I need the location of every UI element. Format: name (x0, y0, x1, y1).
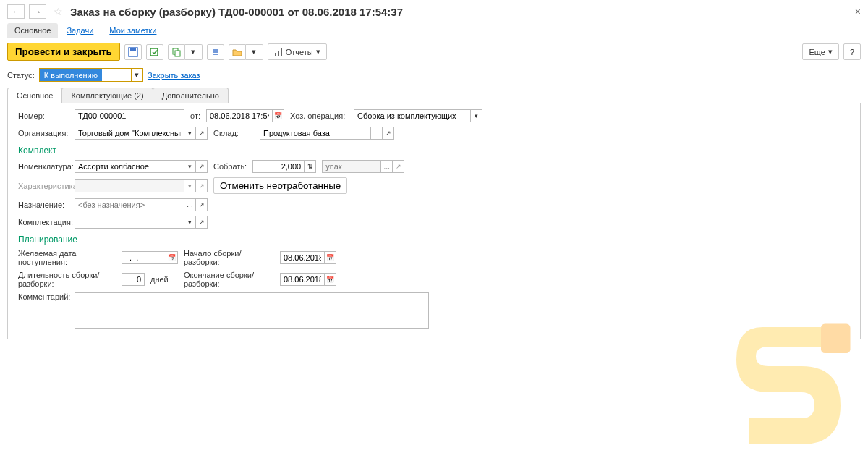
assign-label: Назначение: (18, 200, 69, 209)
open-icon[interactable]: ↗ (195, 127, 207, 139)
dropdown-icon[interactable]: ▾ (184, 216, 195, 228)
svg-rect-4 (175, 51, 180, 56)
close-button[interactable]: × (855, 6, 861, 17)
folder-dropdown[interactable]: ▾ (246, 44, 263, 60)
list-icon[interactable] (207, 44, 224, 60)
operation-select[interactable]: ▾ (354, 109, 482, 122)
nomen-label: Номенклатура: (18, 162, 69, 171)
copy-icon[interactable] (168, 44, 185, 60)
comment-label: Комментарий: (18, 292, 69, 301)
close-order-link[interactable]: Закрыть заказ (148, 71, 200, 80)
nav-tab-tasks[interactable]: Задачи (59, 23, 101, 38)
config-select[interactable]: ▾↗ (75, 216, 208, 229)
nomen-select[interactable]: ▾↗ (75, 160, 208, 173)
open-icon[interactable]: ↗ (195, 199, 207, 211)
end-date-input[interactable]: 📅 (280, 273, 336, 286)
back-button[interactable]: ← (7, 4, 25, 19)
nav-tab-main[interactable]: Основное (7, 23, 58, 38)
operation-label: Хоз. операция: (290, 111, 348, 120)
warehouse-label: Склад: (213, 129, 254, 137)
warehouse-select[interactable]: …↗ (260, 127, 394, 140)
kit-section: Комплект (18, 145, 850, 156)
ellipsis-icon[interactable]: … (184, 199, 195, 211)
open-icon[interactable]: ↗ (382, 127, 393, 139)
open-icon: ↗ (392, 161, 404, 172)
svg-rect-10 (281, 48, 282, 56)
tab-extra[interactable]: Дополнительно (153, 88, 229, 103)
tab-main[interactable]: Основное (7, 88, 62, 103)
char-select: ▾↗ (75, 179, 208, 192)
favorite-icon[interactable]: ☆ (54, 6, 63, 17)
ellipsis-icon[interactable]: … (370, 127, 382, 139)
from-label: от: (190, 111, 200, 120)
calendar-icon[interactable]: 📅 (166, 252, 177, 263)
date-input[interactable]: 📅 (206, 109, 284, 122)
calendar-icon[interactable]: 📅 (324, 274, 336, 285)
page-title: Заказ на сборку (разборку) ТД00-000001 о… (70, 6, 403, 18)
tab-components[interactable]: Комплектующие (2) (61, 88, 153, 103)
reports-button[interactable]: Отчеты ▾ (268, 43, 327, 60)
svg-rect-9 (278, 51, 279, 56)
svg-rect-1 (130, 48, 136, 51)
assign-select[interactable]: …↗ (75, 198, 208, 211)
svg-rect-2 (150, 48, 158, 56)
nav-tab-notes[interactable]: Мои заметки (102, 23, 163, 38)
number-input[interactable] (75, 109, 184, 122)
days-label: дней (150, 275, 178, 284)
status-label: Статус: (7, 71, 35, 80)
desired-label: Желаемая дата поступления: (18, 249, 116, 266)
duration-label: Длительность сборки/разборки: (18, 271, 116, 288)
status-dropdown-icon: ▾ (131, 69, 142, 81)
start-date-input[interactable]: 📅 (280, 251, 336, 264)
duration-input[interactable] (122, 273, 145, 286)
ellipsis-icon: … (380, 161, 392, 172)
chart-icon (274, 48, 283, 56)
plan-section: Планирование (18, 234, 850, 245)
char-label: Характеристика: (18, 182, 69, 190)
cancel-unprocessed-button[interactable]: Отменить неотработанные (213, 177, 347, 194)
end-label: Окончание сборки/разборки: (184, 271, 274, 288)
org-label: Организация: (18, 129, 69, 137)
desired-date-input[interactable]: 📅 (122, 251, 178, 264)
stepper-icon[interactable]: ⇅ (304, 161, 315, 172)
calendar-icon[interactable]: 📅 (324, 252, 336, 263)
dropdown-icon[interactable]: ▾ (470, 110, 482, 122)
forward-button[interactable]: → (29, 4, 46, 19)
status-select[interactable]: К выполнению ▾ (39, 68, 143, 82)
save-icon[interactable] (124, 44, 142, 60)
collect-label: Собрать: (213, 162, 247, 171)
config-label: Комплектация: (18, 218, 69, 227)
start-label: Начало сборки/разборки: (184, 249, 274, 266)
open-icon[interactable]: ↗ (195, 216, 207, 228)
collect-input[interactable]: ⇅ (252, 160, 316, 173)
calendar-icon[interactable]: 📅 (272, 110, 284, 122)
post-icon[interactable] (146, 44, 163, 60)
open-icon: ↗ (195, 180, 207, 192)
dropdown-icon[interactable]: ▾ (184, 127, 195, 139)
svg-rect-8 (275, 53, 276, 56)
number-label: Номер: (18, 111, 69, 120)
unit-select: …↗ (322, 160, 404, 173)
dropdown-icon: ▾ (184, 180, 195, 192)
copy-dropdown[interactable]: ▾ (185, 44, 203, 60)
help-button[interactable]: ? (843, 43, 861, 60)
more-button[interactable]: Еще ▾ (802, 43, 838, 60)
folder-icon[interactable] (229, 44, 246, 60)
comment-textarea[interactable] (75, 292, 429, 329)
open-icon[interactable]: ↗ (195, 161, 207, 172)
dropdown-icon[interactable]: ▾ (184, 161, 195, 172)
submit-close-button[interactable]: Провести и закрыть (7, 43, 120, 61)
org-select[interactable]: ▾↗ (75, 127, 208, 140)
